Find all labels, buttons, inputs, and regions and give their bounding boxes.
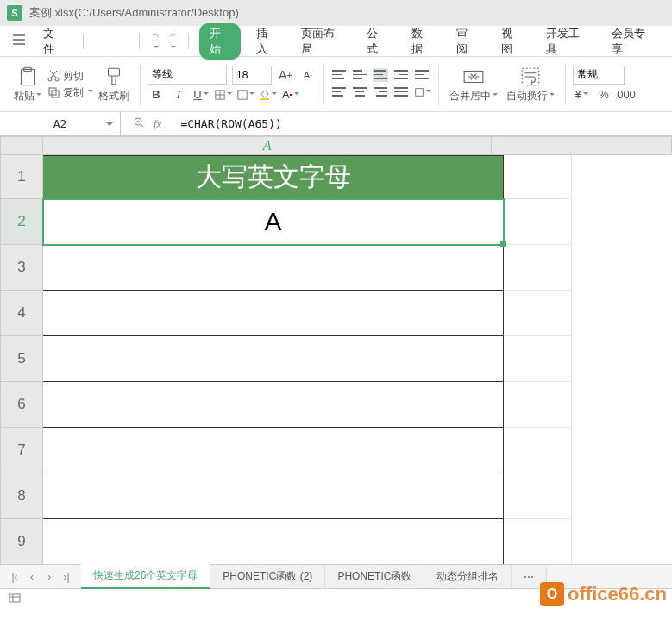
name-box[interactable]: A2 [0, 112, 121, 135]
cell-a8[interactable] [43, 473, 504, 519]
currency-button[interactable]: ¥ [573, 86, 590, 103]
tab-layout[interactable]: 页面布局 [292, 22, 351, 60]
cell-b9[interactable] [504, 519, 572, 564]
indent-increase-button[interactable] [414, 68, 430, 82]
tab-data[interactable]: 数据 [403, 22, 441, 60]
tab-view[interactable]: 视图 [493, 22, 531, 60]
svg-point-9 [48, 78, 52, 81]
tab-insert[interactable]: 插入 [248, 22, 286, 60]
print-icon[interactable] [115, 33, 118, 49]
align-center-button[interactable] [352, 85, 367, 99]
svg-rect-11 [49, 88, 56, 95]
row-header-1[interactable]: 1 [0, 155, 43, 199]
tab-start[interactable]: 开始 [199, 23, 241, 60]
fx-label[interactable]: fx [154, 117, 161, 131]
thousands-button[interactable]: 000 [618, 86, 635, 103]
cell-b6[interactable] [504, 382, 572, 428]
sheet-tab-2[interactable]: PHONETIC函数 [325, 565, 424, 588]
row-header-8[interactable]: 8 [0, 473, 43, 519]
sheet-tab-1[interactable]: PHONETIC函数 (2) [210, 565, 325, 588]
cell-b3[interactable] [504, 245, 572, 291]
tab-first-icon[interactable]: |‹ [7, 569, 22, 585]
tab-more-icon[interactable]: ⋯ [512, 567, 547, 587]
cell-b5[interactable] [504, 336, 572, 382]
merge-button[interactable]: 合并居中 [446, 66, 501, 103]
align-right-button[interactable] [373, 85, 388, 99]
cell-a5[interactable] [43, 336, 504, 382]
cell-b8[interactable] [504, 473, 572, 519]
italic-button[interactable]: I [170, 86, 187, 103]
cell-b7[interactable] [504, 428, 572, 473]
tab-review[interactable]: 审阅 [448, 22, 486, 60]
row-header-7[interactable]: 7 [0, 428, 43, 473]
row-header-4[interactable]: 4 [0, 291, 43, 336]
cell-a4[interactable] [43, 291, 504, 336]
cell-a3[interactable] [43, 245, 504, 291]
percent-button[interactable]: % [595, 86, 612, 103]
formula-input[interactable]: =CHAR(ROW(A65)) [173, 117, 672, 130]
justify-button[interactable] [393, 85, 409, 99]
cell-a6[interactable] [43, 382, 504, 428]
underline-button[interactable]: U [192, 86, 210, 103]
row-header-9[interactable]: 9 [0, 519, 43, 564]
wrap-button[interactable]: 自动换行 [503, 66, 558, 103]
undo-icon[interactable] [150, 27, 160, 56]
bold-button[interactable]: B [148, 86, 165, 103]
save-as-icon[interactable] [104, 33, 108, 49]
save-icon[interactable] [94, 33, 97, 49]
tab-formula[interactable]: 公式 [358, 22, 396, 60]
tab-next-icon[interactable]: › [41, 569, 57, 585]
formula-bar: A2 fx =CHAR(ROW(A65)) [0, 112, 672, 136]
zoom-icon[interactable] [133, 116, 145, 131]
orientation-button[interactable] [414, 84, 431, 101]
align-top-button[interactable] [331, 68, 347, 82]
row-header-5[interactable]: 5 [0, 336, 43, 382]
tab-member[interactable]: 会员专享 [603, 22, 662, 60]
row-header-3[interactable]: 3 [0, 245, 43, 291]
cell-a1[interactable]: 大写英文字母 [43, 155, 504, 199]
window-title: 案例.xlsx(C:/Users/Administrator/Desktop) [29, 5, 239, 21]
number-format-select[interactable] [573, 66, 625, 85]
merge-label: 合并居中 [449, 89, 498, 103]
cell-b2[interactable] [504, 199, 572, 245]
font-color-button[interactable]: A [282, 86, 299, 103]
indent-decrease-button[interactable] [393, 68, 409, 82]
cell-b4[interactable] [504, 291, 572, 336]
sheet-tab-3[interactable]: 动态分组排名 [424, 565, 512, 588]
file-menu[interactable]: 文件 [35, 22, 72, 60]
separator [83, 34, 84, 49]
decrease-font-icon[interactable]: A- [299, 66, 317, 84]
select-all-corner[interactable] [0, 136, 43, 155]
cell-a2[interactable]: A [43, 199, 504, 245]
align-left-button[interactable] [331, 85, 347, 99]
fill-color-button[interactable] [260, 86, 277, 103]
cell-a9[interactable] [43, 519, 504, 564]
align-bottom-button[interactable] [373, 68, 388, 82]
cell-a7[interactable] [43, 428, 504, 473]
print-preview-icon[interactable] [125, 33, 129, 49]
paste-button[interactable]: 粘贴 [10, 66, 45, 103]
font-name-select[interactable] [148, 66, 227, 85]
increase-font-icon[interactable]: A+ [277, 66, 294, 84]
align-middle-button[interactable] [352, 68, 367, 82]
status-icon[interactable] [9, 592, 21, 606]
col-header-b[interactable] [492, 136, 672, 155]
sheet-tab-0[interactable]: 快速生成26个英文字母 [81, 564, 210, 589]
col-header-a[interactable]: A [43, 136, 492, 155]
cut-button[interactable]: 剪切 [47, 69, 93, 84]
font-size-select[interactable] [232, 66, 272, 85]
format-painter-button[interactable]: 格式刷 [95, 66, 133, 103]
tab-prev-icon[interactable]: ‹ [24, 569, 40, 585]
row-header-2[interactable]: 2 [0, 199, 43, 245]
svg-rect-12 [52, 91, 59, 97]
border-button[interactable] [215, 86, 232, 103]
row-header-6[interactable]: 6 [0, 382, 43, 428]
ribbon: 粘贴 剪切 复制 格式刷 A+ A- B I U A [0, 57, 672, 112]
copy-button[interactable]: 复制 [47, 85, 93, 100]
hamburger-icon[interactable] [10, 31, 28, 51]
tab-developer[interactable]: 开发工具 [537, 22, 596, 60]
tab-last-icon[interactable]: ›| [59, 569, 74, 585]
cell-style-button[interactable] [237, 86, 254, 103]
cell-b1[interactable] [504, 155, 572, 199]
redo-icon[interactable] [167, 27, 178, 56]
